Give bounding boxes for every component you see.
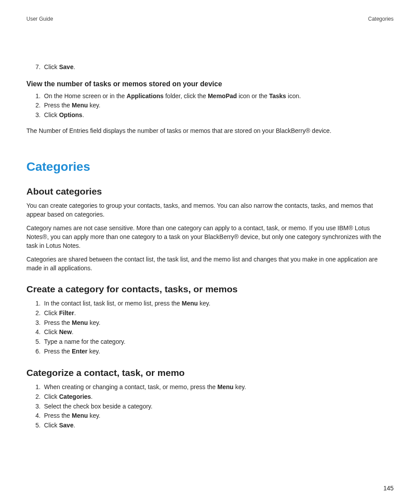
step-item: Press the Menu key. bbox=[42, 411, 394, 421]
subheading-view: View the number of tasks or memos stored… bbox=[26, 80, 394, 88]
step-item: Type a name for the category. bbox=[42, 337, 394, 347]
body-paragraph: Categories are shared between the contac… bbox=[26, 255, 394, 273]
step-item: Press the Enter key. bbox=[42, 347, 394, 357]
bold-text: Enter bbox=[72, 348, 88, 355]
bold-text: Filter bbox=[59, 309, 74, 316]
section-title: Categories bbox=[26, 160, 394, 174]
page-number: 145 bbox=[383, 485, 394, 492]
step-item: Press the Menu key. bbox=[42, 101, 394, 110]
step-item: Click Save. bbox=[42, 421, 394, 430]
bold-text: Menu bbox=[182, 300, 198, 307]
heading-about: About categories bbox=[26, 186, 394, 197]
step-item: Click Options. bbox=[42, 110, 394, 120]
view-note: The Number of Entries field displays the… bbox=[26, 126, 394, 135]
bold-text: Save bbox=[59, 422, 74, 429]
page-header: User Guide Categories bbox=[26, 16, 394, 22]
step-item: Press the Menu key. bbox=[42, 318, 394, 328]
bold-text: New bbox=[59, 328, 72, 335]
header-right: Categories bbox=[368, 16, 394, 22]
bold-text: MemoPad bbox=[208, 92, 237, 99]
create-step-list: In the contact list, task list, or memo … bbox=[26, 299, 394, 356]
bold-text: Menu bbox=[72, 319, 88, 326]
bold-text: Menu bbox=[72, 102, 88, 109]
step-item: When creating or changing a contact, tas… bbox=[42, 383, 394, 392]
step-item: On the Home screen or in the Application… bbox=[42, 92, 394, 101]
heading-create: Create a category for contacts, tasks, o… bbox=[26, 284, 394, 294]
categorize-step-list: When creating or changing a contact, tas… bbox=[26, 383, 394, 430]
view-step-list: On the Home screen or in the Application… bbox=[26, 92, 394, 120]
page: User Guide Categories Click Save. View t… bbox=[0, 0, 420, 504]
step-item: Click Categories. bbox=[42, 392, 394, 402]
step-item: Click New. bbox=[42, 327, 394, 337]
bold-text: Tasks bbox=[269, 92, 286, 99]
bold-text: Applications bbox=[127, 92, 164, 99]
body-paragraph: Category names are not case sensitive. M… bbox=[26, 224, 394, 250]
step-item: In the contact list, task list, or memo … bbox=[42, 299, 394, 309]
step-item: Select the check box beside a category. bbox=[42, 402, 394, 412]
step-item: Click Filter. bbox=[42, 309, 394, 318]
step-item: Click Save. bbox=[42, 63, 394, 72]
bold-text: Save bbox=[59, 63, 74, 70]
bold-text: Menu bbox=[217, 383, 234, 390]
header-left: User Guide bbox=[26, 16, 53, 22]
bold-text: Options bbox=[59, 111, 82, 118]
continued-step-list: Click Save. bbox=[26, 63, 394, 72]
about-paragraphs: You can create categories to group your … bbox=[26, 201, 394, 272]
heading-categorize: Categorize a contact, task, or memo bbox=[26, 368, 394, 378]
bold-text: Categories bbox=[59, 393, 91, 400]
body-paragraph: You can create categories to group your … bbox=[26, 201, 394, 219]
bold-text: Menu bbox=[72, 412, 88, 419]
